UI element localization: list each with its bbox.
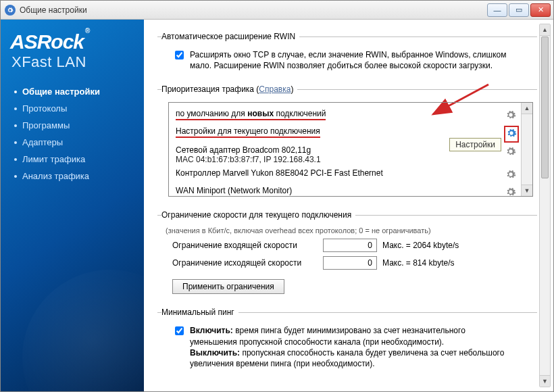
gear-icon[interactable] xyxy=(505,109,518,122)
brand-product: XFast LAN xyxy=(11,53,137,71)
speed-in-input[interactable] xyxy=(323,239,377,252)
priority-row-label: WAN Miniport (Network Monitor) xyxy=(176,186,500,195)
scroll-down-icon[interactable]: ▼ xyxy=(540,375,550,387)
ping-text: Включить: время пинга будет минимизирова… xyxy=(190,325,514,369)
priority-row-sub: MAC 04:b1:67:b3:87:f7, IP 192.168.43.1 xyxy=(176,155,500,164)
priority-row-wan: WAN Miniport (Network Monitor) xyxy=(176,184,518,201)
speed-in-label: Ограничение входящей скорости xyxy=(172,241,318,250)
ping-checkbox[interactable] xyxy=(175,326,184,335)
titlebar: Общие настройки — ▭ ✕ xyxy=(1,1,553,20)
scroll-down-icon[interactable]: ▼ xyxy=(522,185,532,196)
sidebar-nav: Общие настройки Протоколы Программы Адап… xyxy=(7,83,137,185)
sidebar-item-protocols[interactable]: Протоколы xyxy=(11,100,137,117)
sidebar: ASRock® XFast LAN Общие настройки Проток… xyxy=(1,20,144,391)
rwin-checkbox[interactable] xyxy=(175,51,184,59)
rwin-group: Автоматическое расширение RWIN Расширять… xyxy=(157,32,537,74)
speed-out-label: Ограничение исходящей скорости xyxy=(172,258,318,268)
help-link[interactable]: Справка xyxy=(259,84,291,94)
sidebar-item-general[interactable]: Общие настройки xyxy=(11,83,137,100)
brand-logo: ASRock® xyxy=(10,30,137,53)
gear-icon[interactable] xyxy=(505,127,518,141)
minimize-button[interactable]: — xyxy=(487,3,507,17)
priority-legend: Приоритезация трафика (Справка) xyxy=(161,84,297,94)
priority-row-label: по умолчанию для новых подключений xyxy=(176,109,326,120)
scrollbar-thumb[interactable] xyxy=(541,36,549,178)
apply-speed-button[interactable]: Применить ограничения xyxy=(172,279,284,294)
priority-row-label: Контроллер Marvell Yukon 88E8042 PCI-E F… xyxy=(176,168,500,178)
gear-icon[interactable] xyxy=(505,169,518,182)
priority-list: по умолчанию для новых подключений Настр… xyxy=(168,102,533,197)
main-scrollbar[interactable]: ▲ ▼ xyxy=(539,24,551,387)
scroll-up-icon[interactable]: ▲ xyxy=(540,24,550,36)
priority-row-default: по умолчанию для новых подключений xyxy=(176,107,518,124)
speed-out-input[interactable] xyxy=(323,256,377,270)
inner-scrollbar[interactable]: ▲ ▼ xyxy=(521,103,532,196)
close-button[interactable]: ✕ xyxy=(530,3,551,17)
speed-out-max: Макс. = 814 kbyte/s xyxy=(382,258,455,268)
priority-group: Приоритезация трафика (Справка) по умолч… xyxy=(157,84,537,199)
rwin-checkbox-label: Расширять окно TCP в случае, если значен… xyxy=(190,49,514,71)
ping-group: Минимальный пинг Включить: время пинга б… xyxy=(157,308,537,372)
app-icon xyxy=(5,5,16,16)
gear-icon[interactable] xyxy=(505,187,518,199)
sidebar-item-programs[interactable]: Программы xyxy=(11,117,137,134)
priority-row-label: Настройки для текущего подключения xyxy=(176,126,320,138)
sidebar-item-traffic-limit[interactable]: Лимит трафика xyxy=(11,151,137,168)
rwin-legend: Автоматическое расширение RWIN xyxy=(161,32,299,41)
priority-row-marvell: Контроллер Marvell Yukon 88E8042 PCI-E F… xyxy=(176,166,518,184)
sidebar-item-traffic-analysis[interactable]: Анализ трафика xyxy=(11,168,137,185)
ping-legend: Минимальный пинг xyxy=(161,308,238,317)
gear-icon[interactable] xyxy=(505,146,518,159)
sidebar-item-adapters[interactable]: Адаптеры xyxy=(11,134,137,151)
main-panel: Автоматическое расширение RWIN Расширять… xyxy=(144,20,553,391)
gear-tooltip: Настройки xyxy=(449,138,501,151)
speed-in-max: Макс. = 2064 kbyte/s xyxy=(382,241,459,250)
speed-legend: Ограничение скорости для текущего подклю… xyxy=(161,210,355,220)
speed-sublabel: (значения в Кбит/с, включая overhead все… xyxy=(166,226,534,235)
speed-group: Ограничение скорости для текущего подклю… xyxy=(157,210,537,297)
window-title: Общие настройки xyxy=(20,5,487,15)
scroll-up-icon[interactable]: ▲ xyxy=(522,103,532,114)
maximize-button[interactable]: ▭ xyxy=(509,3,529,17)
